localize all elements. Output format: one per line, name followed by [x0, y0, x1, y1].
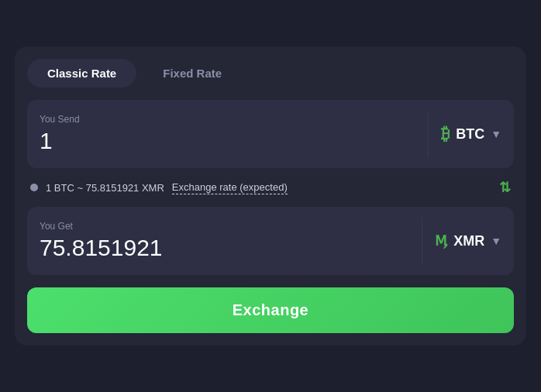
btc-icon: ₿: [441, 124, 450, 144]
swap-icon[interactable]: ⇅: [499, 179, 511, 196]
rate-text: 1 BTC ~ 75.8151921 XMR: [46, 182, 164, 194]
exchange-widget: Classic Rate Fixed Rate You Send 1 ₿ BTC…: [15, 46, 526, 346]
send-value[interactable]: 1: [40, 128, 428, 154]
get-row: You Get 75.8151921 Ӎ XMR ▼: [27, 207, 514, 275]
send-label: You Send: [40, 114, 428, 125]
send-left: You Send 1: [40, 114, 428, 154]
rate-expected-label[interactable]: Exchange rate (expected): [172, 181, 288, 194]
tab-classic[interactable]: Classic Rate: [27, 59, 136, 88]
tab-bar: Classic Rate Fixed Rate: [27, 59, 514, 88]
send-currency-label: BTC: [456, 126, 484, 143]
send-row: You Send 1 ₿ BTC ▼: [27, 100, 514, 168]
rate-dot: [30, 184, 38, 191]
get-left: You Get 75.8151921: [40, 221, 422, 261]
get-currency-label: XMR: [453, 233, 484, 249]
rate-left: 1 BTC ~ 75.8151921 XMR Exchange rate (ex…: [30, 181, 288, 194]
send-chevron-icon: ▼: [491, 128, 501, 140]
get-label: You Get: [40, 221, 422, 232]
get-currency-selector[interactable]: Ӎ XMR ▼: [422, 218, 501, 264]
xmr-icon: Ӎ: [435, 232, 447, 249]
rate-row: 1 BTC ~ 75.8151921 XMR Exchange rate (ex…: [27, 171, 514, 204]
send-currency-selector[interactable]: ₿ BTC ▼: [428, 111, 501, 157]
get-chevron-icon: ▼: [491, 235, 501, 247]
get-value: 75.8151921: [40, 235, 422, 261]
tab-fixed[interactable]: Fixed Rate: [143, 59, 242, 88]
exchange-button[interactable]: Exchange: [27, 287, 514, 333]
